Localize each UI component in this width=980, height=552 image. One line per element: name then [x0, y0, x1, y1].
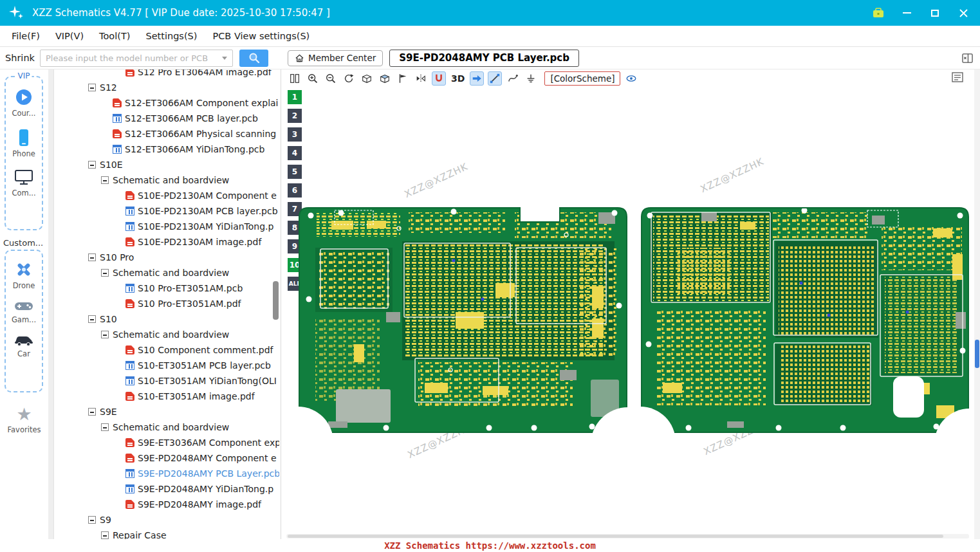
search-button[interactable]	[239, 50, 268, 67]
doc-tab[interactable]: S9E-PD2048AMY PCB Layer.pcb	[389, 50, 579, 67]
tree-folder[interactable]: Schematic and boardview	[55, 265, 279, 281]
maximize-button[interactable]	[929, 6, 941, 19]
tree-file[interactable]: S12 Pro ET3064AM image.pdf	[55, 69, 279, 80]
chevron-down-icon[interactable]	[222, 57, 227, 60]
collapse-icon[interactable]	[101, 531, 109, 539]
zoom-out-icon[interactable]	[324, 71, 338, 86]
briefcase-icon[interactable]	[872, 6, 885, 19]
sidebar-divider	[48, 69, 54, 539]
tree-folder[interactable]: Schematic and boardview	[55, 419, 279, 435]
sidebar-item-favorites[interactable]: ★ Favorites	[0, 405, 48, 434]
tree-file[interactable]: S9E-ET3036AM Component exp	[55, 435, 279, 450]
move-arrow-icon[interactable]	[470, 71, 484, 86]
tree-file[interactable]: S9E-PD2048AMY image.pdf	[55, 497, 279, 512]
collapse-icon[interactable]	[101, 176, 109, 184]
pcb-board-canvas[interactable]: XZZ@XZZHK XZZ@XZZHK XZZ@XZZHK XZZ@XZZHK	[290, 151, 973, 473]
tree-file[interactable]: S10E-PD2130AM Component e	[55, 188, 279, 203]
flip-vertical-icon[interactable]	[396, 71, 410, 86]
tree-file[interactable]: S9E-PD2048AMY YiDianTong.p	[55, 481, 279, 497]
sidebar-item-computer[interactable]: Com...	[6, 169, 42, 198]
tree-folder[interactable]: S12	[55, 80, 279, 95]
tree-file[interactable]: S10E-PD2130AM PCB layer.pcb	[55, 203, 279, 219]
panel-list-icon[interactable]	[951, 71, 964, 83]
tree-file[interactable]: S12-ET3066AM Physical scanning i	[55, 126, 279, 142]
tree-file[interactable]: S10E-PD2130AM image.pdf	[55, 234, 279, 250]
menu-item[interactable]: PCB View settings(S)	[205, 26, 317, 46]
sidebar-item-label: Cour...	[12, 109, 36, 118]
sidebar-item-game[interactable]: Gam...	[6, 300, 42, 324]
layer-button-1[interactable]: 1	[288, 90, 302, 104]
custom-section: Drone Gam...	[5, 250, 43, 392]
box-top-icon[interactable]	[360, 71, 374, 86]
tree-folder[interactable]: S9E	[55, 404, 279, 419]
tree-folder[interactable]: Repair Case	[55, 528, 279, 539]
tree-folder[interactable]: S10 Pro	[55, 250, 279, 265]
collapse-icon[interactable]	[88, 161, 96, 169]
file-tree: S12 Pro ET3064AM image.pdfS12S12-ET3066A…	[55, 69, 279, 539]
model-search-input[interactable]	[41, 53, 222, 63]
collapse-icon[interactable]	[101, 423, 109, 431]
tree-file[interactable]: S10 Pro-ET3051AM.pcb	[55, 281, 279, 296]
tree-file[interactable]: S10-ET3051AM PCB layer.pcb	[55, 358, 279, 373]
tree-folder[interactable]: S10	[55, 311, 279, 327]
tree-file[interactable]: S12-ET3066AM PCB layer.pcb	[55, 111, 279, 126]
collapse-icon[interactable]	[88, 253, 96, 261]
zoom-in-icon[interactable]	[306, 71, 320, 86]
tree-file[interactable]: S9E-PD2048AMY Component e	[55, 450, 279, 466]
tree-file[interactable]: S10 Pro-ET3051AM.pdf	[55, 296, 279, 311]
flip-horizontal-icon[interactable]	[414, 71, 428, 86]
sidebar-item-course[interactable]: Cour...	[6, 88, 42, 118]
member-center-button[interactable]: Member Center	[288, 50, 383, 66]
rotate-icon[interactable]	[342, 71, 356, 86]
close-button[interactable]	[957, 6, 970, 19]
menu-item[interactable]: Tool(T)	[91, 26, 138, 46]
vertical-scrollbar-thumb[interactable]	[975, 340, 979, 368]
viewer-horizontal-scrollbar[interactable]	[286, 534, 969, 538]
menu-item[interactable]: File(F)	[4, 26, 48, 46]
sidebar-item-phone[interactable]: Phone	[6, 129, 42, 158]
collapse-icon[interactable]	[101, 331, 109, 338]
magnet-icon[interactable]	[432, 71, 446, 86]
box-bottom-icon[interactable]	[378, 71, 392, 86]
tree-file[interactable]: S12-ET3066AM YiDianTong.pcb	[55, 142, 279, 157]
tree-file[interactable]: S10E-PD2130AM YiDianTong.p	[55, 219, 279, 234]
menu-item[interactable]: VIP(V)	[48, 26, 91, 46]
measure-icon[interactable]	[488, 71, 502, 86]
minimize-button[interactable]	[900, 6, 913, 19]
tree-scrollbar-thumb[interactable]	[273, 281, 279, 320]
collapse-icon[interactable]	[88, 516, 96, 524]
tree-file[interactable]: S10-ET3051AM YiDianTong(OLI	[55, 373, 279, 389]
colorscheme-button[interactable]: [ColorScheme]	[544, 71, 620, 86]
sidebar-item-drone[interactable]: Drone	[6, 261, 42, 290]
collapse-icon[interactable]	[88, 408, 96, 416]
layer-button-2[interactable]: 2	[288, 109, 302, 123]
tree-file[interactable]: S9E-PD2048AMY PCB Layer.pcb	[55, 466, 279, 481]
menu-item[interactable]: Settings(S)	[138, 26, 205, 46]
collapse-icon[interactable]	[88, 84, 96, 91]
shrink-button[interactable]: Shrink	[5, 53, 36, 63]
tree-folder[interactable]: Schematic and boardview	[55, 327, 279, 342]
horizontal-scrollbar-thumb[interactable]	[288, 535, 943, 538]
tree-file[interactable]: S12-ET3066AM Component explai	[55, 95, 279, 111]
car-icon	[14, 334, 34, 347]
probe-icon[interactable]	[524, 71, 538, 86]
tree-file[interactable]: S10-ET3051AM image.pdf	[55, 389, 279, 404]
visibility-eye-icon[interactable]	[624, 71, 638, 86]
tree-folder[interactable]: S9	[55, 512, 279, 528]
tree-folder[interactable]: S10E	[55, 157, 279, 172]
pcb-file-icon	[125, 484, 134, 493]
hide-panel-icon[interactable]	[961, 53, 974, 64]
view-3d-button[interactable]: 3D	[450, 73, 466, 84]
watermark-text: XZZ@XZZHK	[699, 156, 766, 196]
curve-icon[interactable]	[506, 71, 520, 86]
collapse-icon[interactable]	[88, 315, 96, 323]
tree-folder[interactable]: Schematic and boardview	[55, 172, 279, 188]
sidebar-item-car[interactable]: Car	[6, 334, 42, 358]
layer-button-3[interactable]: 3	[288, 127, 302, 142]
computer-icon	[14, 169, 33, 186]
viewer-vertical-scrollbar[interactable]	[974, 69, 980, 539]
tree-file[interactable]: S10 Component comment.pdf	[55, 342, 279, 358]
split-pages-icon[interactable]	[288, 71, 302, 86]
collapse-icon[interactable]	[101, 269, 109, 277]
pcb-right-board[interactable]	[605, 208, 973, 474]
